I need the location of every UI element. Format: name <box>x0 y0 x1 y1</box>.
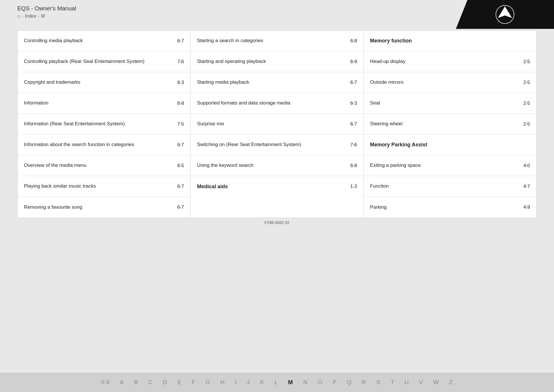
alpha-j[interactable]: J <box>242 378 255 387</box>
page-ref: 6›7 <box>350 80 357 85</box>
page-ref: 4›7 <box>523 184 530 189</box>
list-item: Memory function <box>364 31 536 51</box>
item-text: Copyright and trademarks <box>24 79 177 86</box>
item-text: Seat <box>370 100 523 107</box>
list-item[interactable]: Removing a favourite song 6›7 <box>18 197 190 218</box>
item-text: Overview of the media menu <box>24 162 177 169</box>
list-item[interactable]: Medical aids 1›3 <box>191 176 364 197</box>
main-content: Controlling media playback 6›7 Controlli… <box>0 22 554 248</box>
list-item[interactable]: Surprise mix 6›7 <box>191 114 364 135</box>
alpha-i[interactable]: I <box>230 378 242 387</box>
page-ref: 7›6 <box>350 142 357 148</box>
list-item[interactable]: Starting and operating playback 6›9 <box>191 51 364 72</box>
alpha-w[interactable]: W <box>428 378 444 387</box>
page-ref: 6›7 <box>350 121 357 127</box>
alpha-k[interactable]: K <box>255 378 269 387</box>
alpha-p[interactable]: P <box>327 378 342 387</box>
alpha-s[interactable]: S <box>371 378 385 387</box>
alphabet-navigation: 0 9 A B C D E F G H I J K L M N O P Q R … <box>0 373 554 392</box>
breadcrumb-index[interactable]: Index <box>25 14 36 19</box>
list-item[interactable]: Controlling media playback 6›7 <box>18 31 190 51</box>
item-text: Information about the search function in… <box>24 141 177 148</box>
item-text: Supported formats and data storage media <box>197 100 350 107</box>
alpha-h[interactable]: H <box>215 378 230 387</box>
alpha-l[interactable]: L <box>269 378 283 387</box>
item-text: Head-up display <box>370 58 523 65</box>
list-item[interactable]: Overview of the media menu 6›5 <box>18 155 190 176</box>
alpha-e[interactable]: E <box>172 378 186 387</box>
item-text-bold: Medical aids <box>197 183 350 190</box>
alpha-o[interactable]: O <box>312 378 327 387</box>
list-item[interactable]: Using the keyword search 6›8 <box>191 155 364 176</box>
list-item[interactable]: Playing back similar music tracks 6›7 <box>18 176 190 197</box>
item-text: Information <box>24 100 177 107</box>
footer-code: F296 0062 02 <box>17 218 537 242</box>
alpha-09[interactable]: 0 9 <box>96 378 115 387</box>
list-item[interactable]: Starting a search in categories 6›8 <box>191 31 364 51</box>
item-text: Playing back similar music tracks <box>24 183 177 190</box>
list-item[interactable]: Parking 4›9 <box>364 197 536 218</box>
page-ref: 6›8 <box>350 163 357 169</box>
page-ref: 2›5 <box>523 80 530 85</box>
list-item[interactable]: Controlling playback (Rear Seat Entertai… <box>18 51 190 72</box>
alpha-n[interactable]: N <box>298 378 312 387</box>
item-text: Exiting a parking space <box>370 162 523 169</box>
home-icon[interactable]: ⌂ <box>17 14 20 19</box>
page-ref: 2›5 <box>523 121 530 127</box>
section-heading: Memory Parking Assist <box>370 141 530 148</box>
page-ref: 6›8 <box>350 38 357 44</box>
alpha-b[interactable]: B <box>129 378 143 387</box>
page-ref: 6›5 <box>177 163 184 169</box>
alpha-r[interactable]: R <box>357 378 371 387</box>
page-ref: 4›0 <box>523 163 530 169</box>
alpha-c[interactable]: C <box>143 378 158 387</box>
alpha-z[interactable]: Z <box>444 378 458 387</box>
item-text: Switching on (Rear Seat Entertainment Sy… <box>197 141 350 148</box>
item-text: Starting a search in categories <box>197 38 350 44</box>
alpha-d[interactable]: D <box>158 378 172 387</box>
list-item[interactable]: Information (Rear Seat Entertainment Sys… <box>18 114 190 135</box>
list-item[interactable]: Seat 2›5 <box>364 93 536 114</box>
item-text: Starting and operating playback <box>197 58 350 65</box>
page-ref: 6›8 <box>177 100 184 106</box>
page-ref: 7›5 <box>177 121 184 127</box>
list-item[interactable]: Starting media playback 6›7 <box>191 72 364 93</box>
alpha-u[interactable]: U <box>399 378 414 387</box>
item-text: Controlling media playback <box>24 38 177 44</box>
alpha-v[interactable]: V <box>414 378 428 387</box>
header: EQS - Owner's Manual ⌂ › Index › M <box>0 0 554 22</box>
list-item[interactable]: Exiting a parking space 4›0 <box>364 155 536 176</box>
list-item[interactable]: Switching on (Rear Seat Entertainment Sy… <box>191 135 364 155</box>
list-item[interactable]: Copyright and trademarks 6›3 <box>18 72 190 93</box>
page-ref: 6›3 <box>350 100 357 106</box>
list-item[interactable]: Outside mirrors 2›5 <box>364 72 536 93</box>
page-ref: 7›6 <box>177 59 184 65</box>
list-item[interactable]: Information 6›8 <box>18 93 190 114</box>
alpha-m[interactable]: M <box>283 378 298 387</box>
item-text: Function <box>370 183 523 190</box>
item-text: Steering wheel <box>370 121 523 127</box>
alpha-a[interactable]: A <box>115 378 129 387</box>
list-item[interactable]: Supported formats and data storage media… <box>191 93 364 114</box>
page-ref: 2›5 <box>523 59 530 65</box>
page-ref: 2›5 <box>523 100 530 106</box>
item-text: Removing a favourite song <box>24 204 177 211</box>
alpha-g[interactable]: G <box>200 378 215 387</box>
page-ref: 4›9 <box>523 204 530 210</box>
alpha-t[interactable]: T <box>385 378 399 387</box>
list-item[interactable]: Information about the search function in… <box>18 135 190 155</box>
breadcrumb-letter: M <box>41 14 45 19</box>
breadcrumb: ⌂ › Index › M <box>17 14 76 19</box>
item-text: Controlling playback (Rear Seat Entertai… <box>24 58 177 65</box>
list-item[interactable]: Function 4›7 <box>364 176 536 197</box>
breadcrumb-sep-2: › <box>38 14 39 18</box>
index-table: Controlling media playback 6›7 Controlli… <box>17 30 537 218</box>
logo-area <box>456 0 554 29</box>
index-column-3: Memory function Head-up display 2›5 Outs… <box>364 31 536 218</box>
list-item[interactable]: Head-up display 2›5 <box>364 51 536 72</box>
item-text: Using the keyword search <box>197 162 350 169</box>
item-text: Information (Rear Seat Entertainment Sys… <box>24 121 177 127</box>
alpha-q[interactable]: Q <box>342 378 357 387</box>
alpha-f[interactable]: F <box>186 378 200 387</box>
list-item[interactable]: Steering wheel 2›5 <box>364 114 536 135</box>
